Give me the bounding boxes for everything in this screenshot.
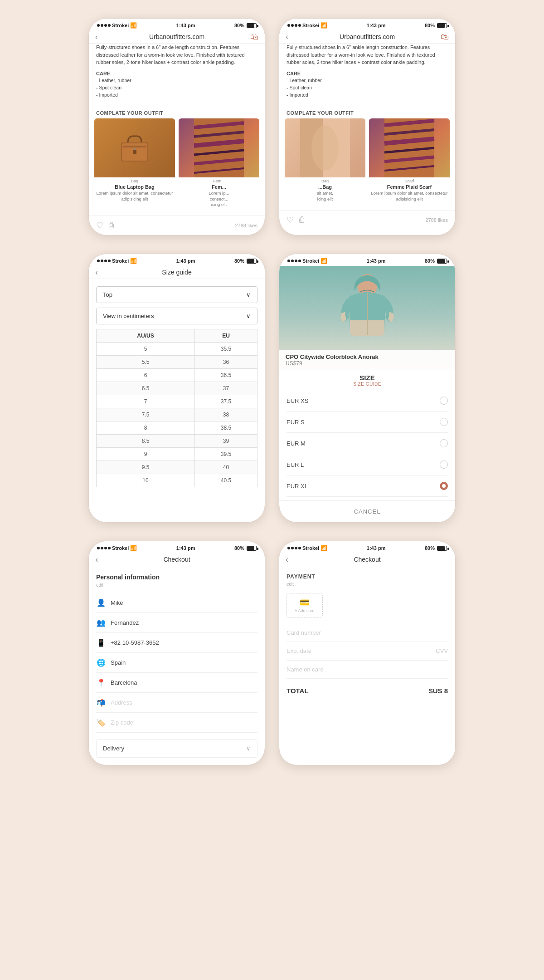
total-value: $US 8 (429, 687, 448, 695)
size-option-eur-s[interactable]: EUR S (287, 412, 448, 433)
cvv-input[interactable]: CVV (367, 642, 448, 660)
table-row: 8.539 (97, 435, 257, 448)
chevron-down-delivery: ∨ (246, 745, 251, 752)
carrier-2: Strokei (302, 23, 319, 28)
form-field-value-6[interactable]: Zip code (111, 719, 133, 726)
outfit-items-2: Bag ...Bag sit amet,icing elit (279, 118, 455, 210)
payment-edit[interactable]: edit (287, 582, 448, 587)
form-field-value-1[interactable]: Fernandez (111, 619, 139, 626)
phone-product-2: Strokei 📶 1:43 pm 80% ‹ Urbanoutfitters.… (279, 18, 456, 235)
status-right-4: 80% (425, 258, 447, 264)
au-us-value: 5.5 (97, 356, 195, 369)
size-guide-link[interactable]: SIZE GUIDE (287, 382, 448, 390)
share-icon-2[interactable]: ⎙ (299, 215, 304, 225)
back-button-5[interactable]: ‹ (95, 555, 98, 564)
form-field-6[interactable]: 🏷️Zip code (96, 713, 257, 733)
nav-title-2: Urbanoutfitters.com (340, 33, 395, 40)
exp-date-input[interactable]: Exp. date (287, 642, 367, 660)
signal-dot-2 (101, 24, 103, 27)
outfit-item-bag[interactable]: Bag Blue Laptop Bag Lorem ipsum dolor si… (94, 118, 175, 210)
size-guide-row: Strokei 📶 1:43 pm 80% ‹ Size guide Top ∨… (88, 254, 456, 523)
svg-rect-12 (194, 118, 244, 177)
outfit-item-scarf-full[interactable]: Scarf Femme Plaid Scarf Lorem ipsum dolo… (369, 118, 450, 205)
size-radio-3[interactable] (440, 461, 448, 469)
back-button-3[interactable]: ‹ (95, 268, 98, 277)
au-us-value: 6 (97, 369, 195, 382)
phone-checkout-payment: Strokei 📶 1:43 pm 80% ‹ Checkout PAYMENT… (279, 541, 456, 765)
au-us-value: 6.5 (97, 382, 195, 395)
cancel-button[interactable]: CANCEL (279, 500, 455, 522)
form-field-icon-3: 🌐 (96, 658, 106, 667)
signal-dot-4 (108, 24, 111, 27)
top-dropdown[interactable]: Top ∨ (96, 286, 257, 303)
au-us-value: 5 (97, 343, 195, 356)
personal-info-title: Personal information (96, 573, 257, 581)
form-field-value-0[interactable]: Mike (111, 599, 123, 606)
table-row: 939.5 (97, 448, 257, 461)
form-field-icon-0: 👤 (96, 598, 106, 607)
form-field-value-2[interactable]: +82 10-5987-3652 (111, 639, 159, 646)
personal-info-edit[interactable]: edit (96, 583, 257, 588)
outfit-item-scarf-partial[interactable]: Fem... Fem... Lorem ip...consect...icing… (179, 118, 259, 210)
status-right-2: 80% (425, 23, 447, 28)
form-field-3[interactable]: 🌐Spain (96, 653, 257, 673)
form-field-4[interactable]: 📍Barcelona (96, 673, 257, 693)
card-number-input[interactable]: Card number (287, 624, 448, 642)
product-row: Strokei 📶 1:43 pm 80% ‹ Urbanoutfitters.… (88, 18, 456, 235)
share-icon[interactable]: ⎙ (109, 220, 114, 230)
like-icon-2[interactable]: ♡ (287, 215, 294, 225)
size-radio-1[interactable] (440, 418, 448, 426)
peach-scarf-image (285, 118, 365, 177)
wifi-icon: 📶 (130, 22, 137, 29)
status-left-5: Strokei 📶 (97, 545, 137, 551)
chevron-down-icon-1: ∨ (246, 291, 251, 298)
form-field-value-5[interactable]: Address (111, 699, 132, 706)
size-radio-2[interactable] (440, 439, 448, 447)
complete-outfit-title: COMPLATE YOUR OUTFIT (89, 106, 265, 118)
centimeters-dropdown[interactable]: View in centimeters ∨ (96, 308, 257, 324)
peach-svg (285, 118, 365, 177)
cart-icon-2[interactable]: 🛍 (441, 32, 449, 42)
signal-dots-2 (287, 24, 301, 27)
size-option-eur-m[interactable]: EUR M (287, 433, 448, 454)
form-field-1[interactable]: 👥Fernandez (96, 613, 257, 633)
signal-dots-5 (97, 547, 111, 549)
size-option-eur-xs[interactable]: EUR XS (287, 390, 448, 412)
signal-dot-3 (104, 24, 107, 27)
delivery-dropdown[interactable]: Delivery ∨ (96, 739, 257, 758)
scarf-full-category: Scarf (369, 177, 450, 184)
size-option-eur-l[interactable]: EUR L (287, 454, 448, 475)
nav-bar-5: ‹ Checkout (89, 553, 265, 566)
back-button[interactable]: ‹ (95, 32, 98, 42)
anorak-price: US$79 (286, 360, 449, 367)
form-field-5[interactable]: 📬Address (96, 693, 257, 713)
form-field-2[interactable]: 📱+82 10-5987-3652 (96, 633, 257, 653)
status-bar-1: Strokei 📶 1:43 pm 80% (89, 19, 265, 30)
checkout-personal-content: Personal information edit 👤Mike👥Fernande… (89, 566, 265, 765)
back-button-6[interactable]: ‹ (286, 555, 288, 564)
form-field-icon-6: 🏷️ (96, 718, 106, 727)
centimeters-dropdown-label: View in centimeters (103, 313, 154, 319)
chevron-down-icon-2: ∨ (246, 313, 251, 319)
size-radio-0[interactable] (440, 397, 448, 405)
size-option-label-3: EUR L (287, 461, 304, 468)
eu-value: 37.5 (195, 395, 257, 408)
footer-icons-2: ♡ ⎙ (287, 215, 304, 225)
cart-icon[interactable]: 🛍 (250, 32, 258, 42)
outfit-item-peach[interactable]: Bag ...Bag sit amet,icing elit (285, 118, 365, 205)
size-guide-content: Top ∨ View in centimeters ∨ AU/US EU 535… (89, 279, 265, 495)
scarf-partial-name: Fem... (179, 184, 259, 190)
form-field-value-4[interactable]: Barcelona (111, 679, 137, 686)
like-icon[interactable]: ♡ (96, 220, 103, 230)
size-radio-4[interactable] (440, 482, 448, 490)
dot-3 (295, 24, 297, 27)
name-on-card-input[interactable]: Name on card (287, 661, 448, 679)
add-card-button[interactable]: 💳 + Add card (287, 593, 323, 617)
size-option-eur-xl[interactable]: EUR XL (287, 475, 448, 497)
form-field-value-3[interactable]: Spain (111, 659, 126, 666)
form-field-0[interactable]: 👤Mike (96, 593, 257, 613)
back-button-2[interactable]: ‹ (286, 32, 288, 42)
time-4: 1:43 pm (367, 258, 386, 264)
product-footer-2: ♡ ⎙ 2788 likes (279, 210, 455, 230)
au-us-value: 7 (97, 395, 195, 408)
